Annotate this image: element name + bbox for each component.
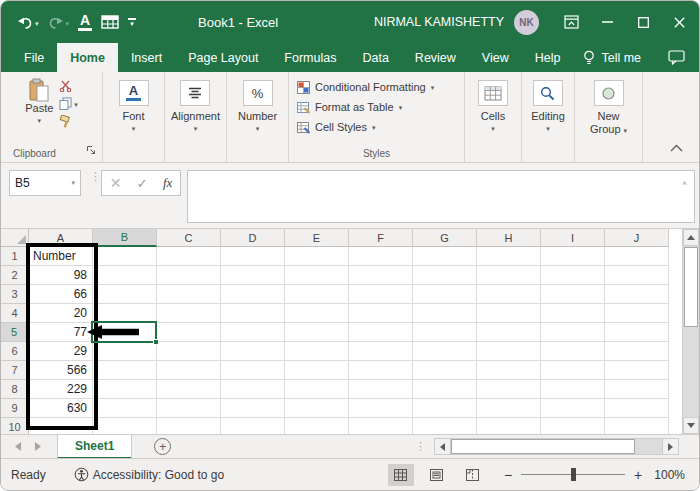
row-header-10[interactable]: 10: [1, 418, 29, 434]
cell-D4[interactable]: [221, 304, 285, 323]
name-box[interactable]: B5 ▾: [9, 170, 81, 196]
cell-D10[interactable]: [221, 418, 285, 434]
cell-F7[interactable]: [349, 361, 413, 380]
maximize-button[interactable]: [625, 1, 661, 43]
cell-F8[interactable]: [349, 380, 413, 399]
cells-group-button[interactable]: Cells ▾: [478, 80, 508, 133]
cell-C6[interactable]: [157, 342, 221, 361]
column-header-b[interactable]: B: [93, 229, 157, 247]
cell-J6[interactable]: [605, 342, 669, 361]
tab-file[interactable]: File: [11, 43, 57, 72]
cell-B1[interactable]: [93, 247, 157, 266]
row-header-2[interactable]: 2: [1, 266, 29, 285]
cell-A7[interactable]: 566: [29, 361, 93, 380]
cell-I8[interactable]: [541, 380, 605, 399]
zoom-slider-handle[interactable]: [571, 468, 576, 481]
cell-D8[interactable]: [221, 380, 285, 399]
scroll-down-button[interactable]: [683, 417, 699, 434]
cell-C9[interactable]: [157, 399, 221, 418]
cell-A9[interactable]: 630: [29, 399, 93, 418]
cell-E4[interactable]: [285, 304, 349, 323]
cell-E5[interactable]: [285, 323, 349, 342]
cell-C10[interactable]: [157, 418, 221, 434]
tab-formulas[interactable]: Formulas: [271, 43, 349, 72]
cell-A10[interactable]: [29, 418, 93, 434]
cell-E7[interactable]: [285, 361, 349, 380]
cell-B10[interactable]: [93, 418, 157, 434]
copy-button[interactable]: ▾: [59, 97, 78, 110]
cell-C4[interactable]: [157, 304, 221, 323]
cell-F9[interactable]: [349, 399, 413, 418]
close-button[interactable]: [661, 1, 697, 43]
accessibility-status[interactable]: Accessibility: Good to go: [74, 467, 224, 482]
cell-G9[interactable]: [413, 399, 477, 418]
cell-A1[interactable]: Number: [29, 247, 93, 266]
cell-A3[interactable]: 66: [29, 285, 93, 304]
row-header-6[interactable]: 6: [1, 342, 29, 361]
paste-button[interactable]: Paste ▾: [25, 78, 53, 128]
conditional-formatting-button[interactable]: Conditional Formatting ▾: [297, 77, 434, 97]
formula-input[interactable]: ˄: [187, 170, 695, 223]
vertical-scrollbar[interactable]: [682, 229, 699, 434]
cell-J2[interactable]: [605, 266, 669, 285]
tell-me-button[interactable]: Tell me: [573, 43, 651, 72]
cell-A2[interactable]: 98: [29, 266, 93, 285]
cell-G1[interactable]: [413, 247, 477, 266]
cell-H6[interactable]: [477, 342, 541, 361]
zoom-slider[interactable]: [521, 474, 625, 475]
cancel-icon[interactable]: ✕: [110, 175, 122, 191]
tab-help[interactable]: Help: [522, 43, 574, 72]
cell-D5[interactable]: [221, 323, 285, 342]
cell-E9[interactable]: [285, 399, 349, 418]
sheet-bar-divider[interactable]: ⋮: [415, 443, 426, 450]
cell-A5[interactable]: 77: [29, 323, 93, 342]
select-all-button[interactable]: [1, 229, 29, 247]
cell-F6[interactable]: [349, 342, 413, 361]
fill-handle[interactable]: [153, 339, 159, 345]
user-name[interactable]: NIRMAL KAMISHETTY: [374, 15, 504, 29]
tab-insert[interactable]: Insert: [118, 43, 175, 72]
tab-view[interactable]: View: [469, 43, 522, 72]
cell-F2[interactable]: [349, 266, 413, 285]
cell-J7[interactable]: [605, 361, 669, 380]
cell-E10[interactable]: [285, 418, 349, 434]
cell-B7[interactable]: [93, 361, 157, 380]
row-header-4[interactable]: 4: [1, 304, 29, 323]
cell-D1[interactable]: [221, 247, 285, 266]
column-header-g[interactable]: G: [413, 229, 477, 247]
avatar[interactable]: NK: [514, 10, 539, 35]
new-group-button[interactable]: New Group ▾: [590, 80, 627, 137]
column-header-d[interactable]: D: [221, 229, 285, 247]
cell-E2[interactable]: [285, 266, 349, 285]
clipboard-dialog-launcher[interactable]: [86, 141, 96, 159]
row-header-3[interactable]: 3: [1, 285, 29, 304]
cell-H7[interactable]: [477, 361, 541, 380]
cell-C7[interactable]: [157, 361, 221, 380]
redo-button[interactable]: ▾: [48, 15, 70, 30]
cell-G6[interactable]: [413, 342, 477, 361]
cell-A6[interactable]: 29: [29, 342, 93, 361]
horizontal-scrollbar[interactable]: [434, 438, 679, 455]
column-header-h[interactable]: H: [477, 229, 541, 247]
sheet-tab-sheet1[interactable]: Sheet1: [57, 435, 132, 459]
cell-J5[interactable]: [605, 323, 669, 342]
cell-styles-button[interactable]: Cell Styles ▾: [297, 117, 375, 137]
cell-F3[interactable]: [349, 285, 413, 304]
cell-I9[interactable]: [541, 399, 605, 418]
feedback-button[interactable]: [668, 43, 685, 72]
cell-C3[interactable]: [157, 285, 221, 304]
expand-formula-bar-icon[interactable]: ˄: [682, 179, 687, 188]
cut-button[interactable]: [59, 80, 78, 92]
cell-D9[interactable]: [221, 399, 285, 418]
cell-D3[interactable]: [221, 285, 285, 304]
cell-J10[interactable]: [605, 418, 669, 434]
column-header-f[interactable]: F: [349, 229, 413, 247]
editing-group-button[interactable]: Editing ▾: [531, 80, 565, 133]
cell-I1[interactable]: [541, 247, 605, 266]
cell-H1[interactable]: [477, 247, 541, 266]
format-painter-button[interactable]: [59, 115, 78, 128]
borders-icon[interactable]: [101, 15, 119, 29]
number-group-button[interactable]: % Number ▾: [238, 80, 277, 133]
cell-G3[interactable]: [413, 285, 477, 304]
tab-data[interactable]: Data: [349, 43, 401, 72]
